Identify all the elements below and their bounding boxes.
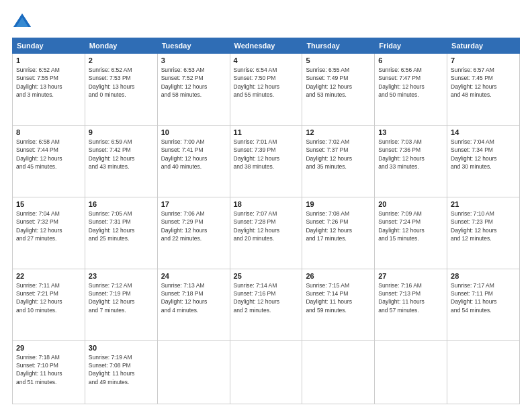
calendar-week-4: 22Sunrise: 7:11 AM Sunset: 7:21 PM Dayli…	[13, 269, 520, 340]
calendar-cell: 11Sunrise: 7:01 AM Sunset: 7:39 PM Dayli…	[230, 125, 302, 197]
calendar-cell: 21Sunrise: 7:10 AM Sunset: 7:23 PM Dayli…	[447, 197, 520, 269]
day-info: Sunrise: 6:52 AM Sunset: 7:55 PM Dayligh…	[16, 66, 81, 99]
weekday-header-tuesday: Tuesday	[157, 38, 230, 54]
day-number: 21	[451, 200, 516, 208]
day-info: Sunrise: 7:10 AM Sunset: 7:23 PM Dayligh…	[451, 210, 516, 242]
day-number: 23	[89, 272, 154, 280]
day-info: Sunrise: 7:03 AM Sunset: 7:36 PM Dayligh…	[378, 138, 443, 171]
day-number: 15	[16, 200, 81, 208]
calendar-cell: 10Sunrise: 7:00 AM Sunset: 7:41 PM Dayli…	[157, 125, 230, 197]
day-number: 7	[451, 56, 516, 64]
day-number: 2	[89, 56, 154, 64]
day-info: Sunrise: 7:08 AM Sunset: 7:26 PM Dayligh…	[306, 210, 371, 242]
day-info: Sunrise: 6:53 AM Sunset: 7:52 PM Dayligh…	[161, 66, 226, 99]
day-number: 20	[378, 200, 443, 208]
day-number: 5	[306, 56, 371, 64]
day-info: Sunrise: 6:56 AM Sunset: 7:47 PM Dayligh…	[378, 66, 443, 99]
weekday-header-monday: Monday	[85, 38, 157, 54]
calendar-cell: 7Sunrise: 6:57 AM Sunset: 7:45 PM Daylig…	[447, 54, 520, 126]
page: SundayMondayTuesdayWednesdayThursdayFrid…	[0, 0, 532, 411]
calendar-cell	[375, 340, 447, 404]
day-info: Sunrise: 7:06 AM Sunset: 7:29 PM Dayligh…	[161, 210, 226, 242]
day-number: 19	[306, 200, 371, 208]
day-number: 30	[89, 344, 154, 352]
day-number: 14	[451, 128, 516, 136]
day-info: Sunrise: 7:19 AM Sunset: 7:08 PM Dayligh…	[89, 353, 154, 386]
day-number: 17	[161, 200, 226, 208]
calendar-cell: 24Sunrise: 7:13 AM Sunset: 7:18 PM Dayli…	[157, 269, 230, 340]
calendar-cell: 1Sunrise: 6:52 AM Sunset: 7:55 PM Daylig…	[13, 54, 85, 126]
calendar-cell: 19Sunrise: 7:08 AM Sunset: 7:26 PM Dayli…	[302, 197, 375, 269]
calendar-cell: 8Sunrise: 6:58 AM Sunset: 7:44 PM Daylig…	[13, 125, 85, 197]
day-number: 25	[234, 272, 299, 280]
day-info: Sunrise: 7:12 AM Sunset: 7:19 PM Dayligh…	[89, 281, 154, 314]
calendar-cell: 30Sunrise: 7:19 AM Sunset: 7:08 PM Dayli…	[85, 340, 157, 404]
day-number: 26	[306, 272, 371, 280]
day-info: Sunrise: 7:13 AM Sunset: 7:18 PM Dayligh…	[161, 281, 226, 314]
day-number: 12	[306, 128, 371, 136]
day-number: 8	[16, 128, 81, 136]
calendar-table: SundayMondayTuesdayWednesdayThursdayFrid…	[12, 38, 520, 404]
day-info: Sunrise: 6:59 AM Sunset: 7:42 PM Dayligh…	[89, 138, 154, 171]
day-number: 29	[16, 344, 81, 352]
day-info: Sunrise: 7:07 AM Sunset: 7:28 PM Dayligh…	[234, 210, 299, 242]
calendar-cell: 29Sunrise: 7:18 AM Sunset: 7:10 PM Dayli…	[13, 340, 85, 404]
calendar-cell	[230, 340, 302, 404]
logo-icon	[12, 12, 32, 32]
calendar-cell: 9Sunrise: 6:59 AM Sunset: 7:42 PM Daylig…	[85, 125, 157, 197]
day-info: Sunrise: 7:16 AM Sunset: 7:13 PM Dayligh…	[378, 281, 443, 314]
day-info: Sunrise: 6:54 AM Sunset: 7:50 PM Dayligh…	[234, 66, 299, 99]
day-info: Sunrise: 7:14 AM Sunset: 7:16 PM Dayligh…	[234, 281, 299, 314]
day-info: Sunrise: 6:52 AM Sunset: 7:53 PM Dayligh…	[89, 66, 154, 99]
calendar-week-3: 15Sunrise: 7:04 AM Sunset: 7:32 PM Dayli…	[13, 197, 520, 269]
calendar-week-5: 29Sunrise: 7:18 AM Sunset: 7:10 PM Dayli…	[13, 340, 520, 404]
calendar-cell: 20Sunrise: 7:09 AM Sunset: 7:24 PM Dayli…	[375, 197, 447, 269]
calendar-cell: 18Sunrise: 7:07 AM Sunset: 7:28 PM Dayli…	[230, 197, 302, 269]
day-number: 9	[89, 128, 154, 136]
calendar-cell: 12Sunrise: 7:02 AM Sunset: 7:37 PM Dayli…	[302, 125, 375, 197]
day-number: 1	[16, 56, 81, 64]
calendar-cell: 23Sunrise: 7:12 AM Sunset: 7:19 PM Dayli…	[85, 269, 157, 340]
day-info: Sunrise: 7:17 AM Sunset: 7:11 PM Dayligh…	[451, 281, 516, 314]
day-info: Sunrise: 7:18 AM Sunset: 7:10 PM Dayligh…	[16, 353, 81, 386]
day-info: Sunrise: 7:01 AM Sunset: 7:39 PM Dayligh…	[234, 138, 299, 171]
calendar-cell: 28Sunrise: 7:17 AM Sunset: 7:11 PM Dayli…	[447, 269, 520, 340]
day-info: Sunrise: 7:09 AM Sunset: 7:24 PM Dayligh…	[378, 210, 443, 242]
calendar-cell: 14Sunrise: 7:04 AM Sunset: 7:34 PM Dayli…	[447, 125, 520, 197]
calendar-cell: 6Sunrise: 6:56 AM Sunset: 7:47 PM Daylig…	[375, 54, 447, 126]
calendar-cell	[157, 340, 230, 404]
calendar-cell	[302, 340, 375, 404]
day-info: Sunrise: 6:58 AM Sunset: 7:44 PM Dayligh…	[16, 138, 81, 171]
day-number: 22	[16, 272, 81, 280]
calendar-cell: 2Sunrise: 6:52 AM Sunset: 7:53 PM Daylig…	[85, 54, 157, 126]
day-number: 10	[161, 128, 226, 136]
day-number: 3	[161, 56, 226, 64]
day-info: Sunrise: 7:15 AM Sunset: 7:14 PM Dayligh…	[306, 281, 371, 314]
day-number: 4	[234, 56, 299, 64]
calendar-cell: 13Sunrise: 7:03 AM Sunset: 7:36 PM Dayli…	[375, 125, 447, 197]
day-number: 6	[378, 56, 443, 64]
day-info: Sunrise: 7:11 AM Sunset: 7:21 PM Dayligh…	[16, 281, 81, 314]
day-number: 18	[234, 200, 299, 208]
logo	[12, 12, 35, 32]
day-info: Sunrise: 7:05 AM Sunset: 7:31 PM Dayligh…	[89, 210, 154, 242]
day-info: Sunrise: 7:00 AM Sunset: 7:41 PM Dayligh…	[161, 138, 226, 171]
calendar-cell: 22Sunrise: 7:11 AM Sunset: 7:21 PM Dayli…	[13, 269, 85, 340]
day-number: 16	[89, 200, 154, 208]
day-info: Sunrise: 6:57 AM Sunset: 7:45 PM Dayligh…	[451, 66, 516, 99]
weekday-header-saturday: Saturday	[447, 38, 520, 54]
calendar-cell: 27Sunrise: 7:16 AM Sunset: 7:13 PM Dayli…	[375, 269, 447, 340]
calendar-cell: 16Sunrise: 7:05 AM Sunset: 7:31 PM Dayli…	[85, 197, 157, 269]
calendar-cell: 15Sunrise: 7:04 AM Sunset: 7:32 PM Dayli…	[13, 197, 85, 269]
day-info: Sunrise: 7:04 AM Sunset: 7:32 PM Dayligh…	[16, 210, 81, 242]
calendar-cell	[447, 340, 520, 404]
weekday-header-thursday: Thursday	[302, 38, 375, 54]
weekday-header-sunday: Sunday	[13, 38, 85, 54]
day-info: Sunrise: 7:02 AM Sunset: 7:37 PM Dayligh…	[306, 138, 371, 171]
day-number: 28	[451, 272, 516, 280]
calendar-cell: 5Sunrise: 6:55 AM Sunset: 7:49 PM Daylig…	[302, 54, 375, 126]
header	[12, 12, 520, 32]
day-number: 11	[234, 128, 299, 136]
day-info: Sunrise: 7:04 AM Sunset: 7:34 PM Dayligh…	[451, 138, 516, 171]
calendar-cell: 17Sunrise: 7:06 AM Sunset: 7:29 PM Dayli…	[157, 197, 230, 269]
